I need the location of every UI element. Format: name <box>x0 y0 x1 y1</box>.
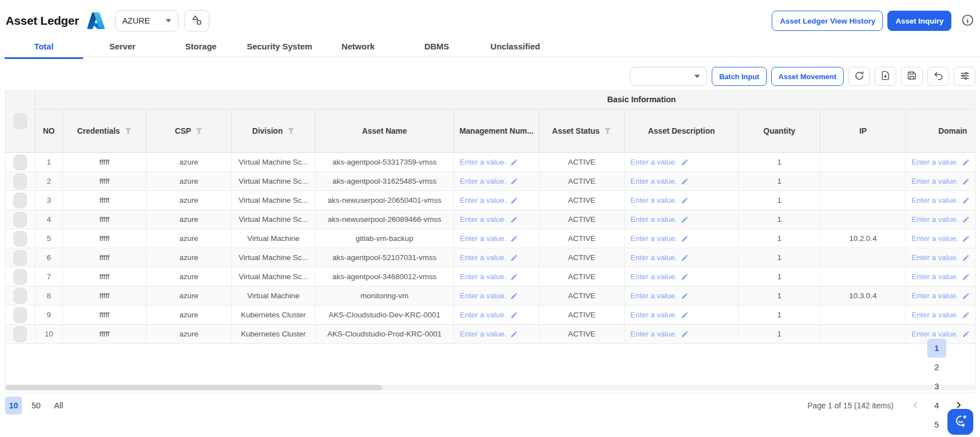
cell-asset-description[interactable]: Enter a value. <box>625 229 739 248</box>
tab-total[interactable]: Total <box>4 35 83 57</box>
page-size-50[interactable]: 50 <box>28 397 44 415</box>
edit-pencil-icon[interactable] <box>681 177 689 185</box>
enter-value-link[interactable]: Enter a value. <box>912 330 958 338</box>
enter-value-link[interactable]: Enter a value. <box>630 196 677 204</box>
csp-select[interactable]: AZURE <box>115 10 178 31</box>
enter-value-link[interactable]: Enter a value. <box>630 292 677 300</box>
column-settings-button[interactable] <box>954 67 976 86</box>
scrollbar-thumb[interactable] <box>6 385 382 390</box>
cell-management-number[interactable]: Enter a value. <box>454 210 539 229</box>
enter-value-link[interactable]: Enter a value. <box>912 272 958 281</box>
horizontal-scrollbar[interactable] <box>6 385 975 390</box>
enter-value-link[interactable]: Enter a value. <box>630 253 677 262</box>
info-button[interactable] <box>960 13 976 29</box>
row-checkbox[interactable] <box>13 154 27 170</box>
column-header-csp[interactable]: CSP <box>146 110 232 153</box>
cell-domain[interactable]: Enter a value. <box>906 229 976 248</box>
edit-pencil-icon[interactable] <box>681 254 689 262</box>
enter-value-link[interactable]: Enter a value. <box>912 234 958 243</box>
cell-asset-description[interactable]: Enter a value. <box>625 248 739 267</box>
page-button-2[interactable]: 2 <box>927 358 946 377</box>
filter-icon[interactable] <box>287 128 295 135</box>
edit-pencil-icon[interactable] <box>510 158 518 166</box>
enter-value-link[interactable]: Enter a value. <box>630 215 677 224</box>
cell-domain[interactable]: Enter a value. <box>906 306 976 325</box>
cell-management-number[interactable]: Enter a value. <box>454 229 539 248</box>
enter-value-link[interactable]: Enter a value. <box>912 215 958 224</box>
column-header-asset-status[interactable]: Asset Status <box>539 110 625 153</box>
edit-pencil-icon[interactable] <box>510 273 518 281</box>
toolbar-select[interactable] <box>630 67 707 86</box>
enter-value-link[interactable]: Enter a value. <box>912 253 958 262</box>
page-size-all[interactable]: All <box>50 397 67 415</box>
select-all-checkbox[interactable] <box>13 113 27 129</box>
enter-value-link[interactable]: Enter a value. <box>460 311 506 319</box>
edit-pencil-icon[interactable] <box>962 158 970 166</box>
row-checkbox[interactable] <box>13 231 27 247</box>
column-header-division[interactable]: Division <box>232 110 315 153</box>
edit-pencil-icon[interactable] <box>681 216 689 224</box>
asset-movement-button[interactable]: Asset Movement <box>771 67 844 86</box>
batch-input-button[interactable]: Batch Input <box>712 67 767 86</box>
page-size-10[interactable]: 10 <box>5 397 22 415</box>
row-checkbox[interactable] <box>13 288 27 304</box>
cell-domain[interactable]: Enter a value. <box>906 153 976 172</box>
enter-value-link[interactable]: Enter a value. <box>630 234 677 243</box>
enter-value-link[interactable]: Enter a value. <box>912 177 958 185</box>
enter-value-link[interactable]: Enter a value. <box>630 272 677 281</box>
chat-fab-button[interactable] <box>947 409 973 435</box>
cell-management-number[interactable]: Enter a value. <box>454 191 539 210</box>
edit-pencil-icon[interactable] <box>962 197 970 204</box>
enter-value-link[interactable]: Enter a value. <box>630 311 677 319</box>
refresh-button[interactable] <box>848 67 870 86</box>
edit-pencil-icon[interactable] <box>510 235 518 243</box>
edit-pencil-icon[interactable] <box>681 311 689 319</box>
edit-pencil-icon[interactable] <box>510 197 518 204</box>
filter-icon[interactable] <box>125 128 132 135</box>
edit-pencil-icon[interactable] <box>681 235 689 243</box>
row-checkbox[interactable] <box>13 269 27 285</box>
cell-management-number[interactable]: Enter a value. <box>454 248 539 267</box>
enter-value-link[interactable]: Enter a value. <box>460 272 506 281</box>
cell-domain[interactable]: Enter a value. <box>906 210 976 229</box>
row-checkbox[interactable] <box>13 212 27 227</box>
edit-pencil-icon[interactable] <box>962 177 970 185</box>
cell-asset-description[interactable]: Enter a value. <box>625 286 739 306</box>
edit-pencil-icon[interactable] <box>681 197 689 204</box>
cell-domain[interactable]: Enter a value. <box>906 286 976 306</box>
cell-management-number[interactable]: Enter a value. <box>454 286 539 306</box>
tab-storage[interactable]: Storage <box>162 35 240 57</box>
row-checkbox[interactable] <box>13 174 27 189</box>
cell-domain[interactable]: Enter a value. <box>906 172 976 191</box>
cell-asset-description[interactable]: Enter a value. <box>625 153 739 172</box>
tab-network[interactable]: Network <box>319 35 397 57</box>
cell-asset-description[interactable]: Enter a value. <box>625 306 739 325</box>
enter-value-link[interactable]: Enter a value. <box>460 330 506 338</box>
enter-value-link[interactable]: Enter a value. <box>460 253 506 262</box>
cell-management-number[interactable]: Enter a value. <box>454 172 539 191</box>
edit-pencil-icon[interactable] <box>962 292 970 300</box>
cell-asset-description[interactable]: Enter a value. <box>625 325 739 344</box>
undo-button[interactable] <box>927 67 949 86</box>
enter-value-link[interactable]: Enter a value. <box>630 177 677 185</box>
tab-security-system[interactable]: Security System <box>240 35 319 57</box>
edit-pencil-icon[interactable] <box>962 254 970 262</box>
enter-value-link[interactable]: Enter a value. <box>912 158 958 166</box>
row-checkbox[interactable] <box>13 250 27 266</box>
enter-value-link[interactable]: Enter a value. <box>912 196 958 204</box>
edit-pencil-icon[interactable] <box>962 273 970 281</box>
view-history-button[interactable]: Asset Ledger View History <box>772 11 883 31</box>
tab-dbms[interactable]: DBMS <box>397 35 476 57</box>
cell-domain[interactable]: Enter a value. <box>906 267 976 286</box>
filter-icon[interactable] <box>195 128 203 135</box>
enter-value-link[interactable]: Enter a value. <box>912 311 958 319</box>
cell-management-number[interactable]: Enter a value. <box>454 267 539 286</box>
edit-pencil-icon[interactable] <box>962 235 970 243</box>
edit-pencil-icon[interactable] <box>510 216 518 224</box>
edit-pencil-icon[interactable] <box>510 311 518 319</box>
edit-pencil-icon[interactable] <box>962 330 970 338</box>
page-button-1[interactable]: 1 <box>927 339 946 358</box>
enter-value-link[interactable]: Enter a value. <box>912 292 958 300</box>
cell-management-number[interactable]: Enter a value. <box>454 306 539 325</box>
filter-icon[interactable] <box>604 128 611 135</box>
